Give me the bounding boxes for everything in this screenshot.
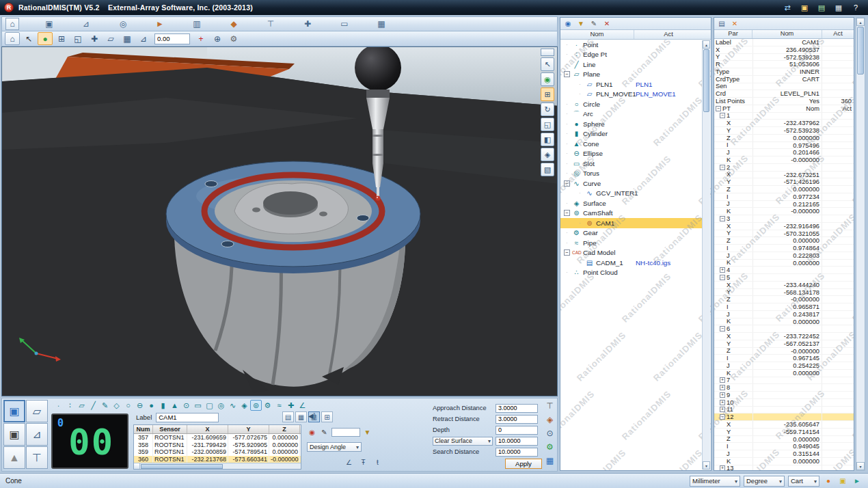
tree-item-ellipse[interactable]: ·⊖Ellipse [560,149,703,159]
prop-nom-value[interactable]: -571.426196 [752,178,822,185]
prop-row-crdtype[interactable]: CrdTypeCART [714,76,854,83]
extra-geo-icon[interactable]: ✚ [285,400,297,411]
tree-item-gear[interactable]: ·⚙Gear [560,228,703,239]
expand-toggle-icon[interactable]: + [720,400,725,405]
prop-nom-value[interactable] [752,325,822,332]
prop-nom-value[interactable]: -0.000000 [752,348,822,355]
prop-row-y[interactable]: Y-559.714154 [714,429,854,436]
view-cube-button[interactable]: ▣ [3,400,25,422]
expand-toggle-icon[interactable]: − [720,216,725,221]
prop-row-y[interactable]: Y-567.052137 [714,340,854,348]
prop-row-x[interactable]: X-235.605647 [714,421,854,429]
tree-item-cylinder[interactable]: ·▮Cylinder [560,129,703,139]
prop-nom-value[interactable]: 0.201466 [752,149,822,156]
prop-row-13[interactable]: +13 [714,465,854,471]
clear-surface-input[interactable] [496,437,538,446]
gear-icon[interactable]: ⚙ [544,441,556,452]
model-cube-button[interactable]: ▣ [3,423,25,446]
trackball-icon[interactable]: ● [38,32,53,45]
prop-nom-value[interactable]: Yes [752,98,822,105]
plane-geo-icon[interactable]: ▱ [76,400,87,411]
prop-nom-value[interactable]: Nom [752,105,822,112]
tree-item-plane[interactable]: −▱Plane [560,70,703,80]
prop-row-i[interactable]: I0.965871 [714,303,854,311]
prop-row-6[interactable]: −6 [714,325,854,333]
prop-row-i[interactable]: I0.975496 [714,142,854,150]
prop-nom-value[interactable]: -232.437962 [752,120,822,126]
gear-geo-icon[interactable]: ⚙ [262,400,273,411]
prop-row-j[interactable]: J0.243817 [714,311,854,318]
cone-geo-icon[interactable]: ▲ [169,400,180,411]
prop-row-2[interactable]: −2 [714,164,854,172]
pan-icon[interactable]: ✚ [87,32,102,45]
prop-row-x[interactable]: X-232.916496 [714,223,854,230]
expand-toggle-icon[interactable]: + [720,407,725,412]
caliper-button[interactable]: ⊿ [26,423,48,446]
line-geo-icon[interactable]: ╱ [87,400,99,411]
tolerance-status-icon[interactable]: ▣ [837,476,848,487]
prop-row-z[interactable]: Z0.000000 [714,135,854,142]
prop-row-z[interactable]: Z0.000000 [714,237,854,245]
tree-item-cone[interactable]: ·▲Cone [560,139,703,149]
grid-icon[interactable]: ▦ [375,18,388,30]
tree-item-torus[interactable]: ·◎Torus [560,169,703,179]
prop-nom-value[interactable]: -572.539238 [752,127,822,134]
prop-row-y[interactable]: Y-572.539238 [714,54,854,62]
prop-nom-value[interactable]: -233.722452 [752,333,822,340]
prop-nom-value[interactable]: 0.977234 [752,193,822,200]
expand-toggle-icon[interactable]: − [564,210,570,216]
prop-nom-value[interactable]: -0.000000 [752,296,822,303]
pin-icon[interactable] [541,49,554,56]
retract-distance-input[interactable] [496,415,538,424]
prop-row-k[interactable]: K0.000000 [714,260,854,267]
prop-nom-value[interactable]: 0.975496 [752,142,822,149]
prop-nom-value[interactable]: 51.053606 [752,61,822,68]
clip-box-icon[interactable]: ▦ [120,32,135,45]
view-plane-icon[interactable]: ▱ [103,32,118,45]
prop-nom-value[interactable]: -232.673251 [752,172,822,178]
expand-toggle-icon[interactable]: + [720,267,725,273]
prop-nom-value[interactable]: 0.967145 [752,355,822,362]
prop-nom-value[interactable]: CART [752,76,822,83]
circle3-geo-icon[interactable]: ⊙ [180,400,192,411]
home-icon[interactable]: ⌂ [5,32,20,45]
rect-geo-icon[interactable]: ▢ [204,400,215,411]
prop-nom-value[interactable]: 0.000000 [752,135,822,141]
prop-nom-value[interactable] [752,83,822,90]
expand-toggle-icon[interactable]: + [720,465,725,470]
prop-row-k[interactable]: K0.000000 [714,370,854,377]
tree-item-gcv-inter1[interactable]: ·∿GCV_INTER1 [560,189,703,199]
prop-nom-value[interactable]: -0.000000 [752,157,822,163]
prop-row-x[interactable]: X236.490537 [714,46,854,54]
prop-row-y[interactable]: Y-572.539238 [714,127,854,135]
properties-scrollbar[interactable] [856,17,865,471]
edge-geo-icon[interactable]: ∶ [64,400,76,411]
tree-item-camshaft[interactable]: −⊚CamShaft [560,208,703,219]
prop-nom-value[interactable] [752,113,822,120]
expand-toggle-icon[interactable]: − [564,71,570,77]
crosshair-icon[interactable]: + [193,32,208,45]
prop-row-5[interactable]: −5 [714,274,854,282]
prop-nom-value[interactable]: LEVEL_PLN1 [752,90,822,97]
prop-nom-value[interactable] [752,377,822,384]
zoom-view-icon[interactable]: ⊞ [541,87,554,101]
tree-item-cadm-1[interactable]: ·▤CADM_1NH-tc40.igs [560,258,703,268]
label-input[interactable] [156,413,219,422]
monitor-icon[interactable]: ▥ [190,18,204,30]
scroll-up-icon[interactable] [856,18,865,26]
prop-row-k[interactable]: K0.000000 [714,458,854,465]
expand-toggle-icon[interactable]: + [720,392,725,398]
zoom-fit-icon[interactable]: ◱ [70,32,85,45]
tree-item-surface[interactable]: ·◈Surface [560,198,703,208]
scroll-left-icon[interactable] [134,463,140,469]
tree-item-line[interactable]: ·╱Line [560,59,703,70]
panel-icon[interactable]: ▣ [42,18,56,30]
cone-button[interactable]: ▲ [3,446,25,469]
tree-item-pipe[interactable]: ·≈Pipe [560,238,703,248]
expand-toggle-icon[interactable]: − [720,113,725,118]
tree-scrollbar[interactable] [702,40,710,470]
cylinder-geo-icon[interactable]: ▮ [157,400,169,411]
expand-toggle-icon[interactable]: − [720,275,725,280]
scroll-down-icon[interactable] [856,462,865,470]
prop-row-3[interactable]: −3 [714,215,854,223]
